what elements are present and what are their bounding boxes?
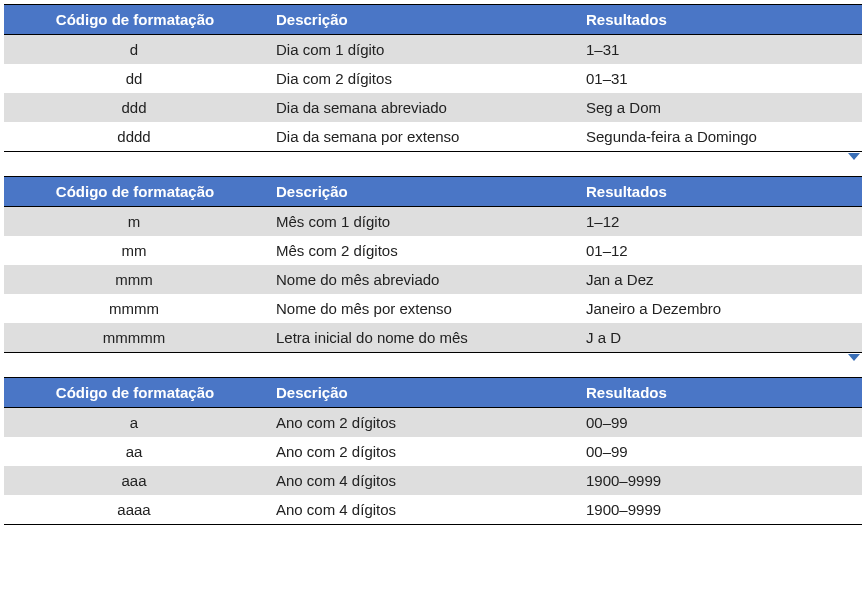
cell-desc: Letra inicial do nome do mês	[264, 323, 574, 353]
cell-code: aaaa	[4, 495, 264, 525]
cell-desc: Nome do mês abreviado	[264, 265, 574, 294]
table-row: m Mês com 1 dígito 1–12	[4, 207, 862, 237]
format-table-month: Código de formatação Descrição Resultado…	[4, 176, 862, 353]
cell-code: m	[4, 207, 264, 237]
cell-desc: Nome do mês por extenso	[264, 294, 574, 323]
table-row: d Dia com 1 dígito 1–31	[4, 35, 862, 65]
cell-desc: Ano com 4 dígitos	[264, 495, 574, 525]
table-row: mmmm Nome do mês por extenso Janeiro a D…	[4, 294, 862, 323]
cell-desc: Dia da semana por extenso	[264, 122, 574, 152]
cell-desc: Dia com 1 dígito	[264, 35, 574, 65]
cell-result: 01–31	[574, 64, 862, 93]
cell-result: J a D	[574, 323, 862, 353]
cell-result: 1900–9999	[574, 495, 862, 525]
cell-result: 1900–9999	[574, 466, 862, 495]
cell-desc: Ano com 2 dígitos	[264, 437, 574, 466]
cell-result: 01–12	[574, 236, 862, 265]
cell-code: mmmm	[4, 294, 264, 323]
col-header-code: Código de formatação	[4, 5, 264, 35]
cell-code: a	[4, 408, 264, 438]
cell-desc: Ano com 2 dígitos	[264, 408, 574, 438]
cell-result: Seg a Dom	[574, 93, 862, 122]
paragraph-marker-icon	[848, 153, 860, 160]
cell-code: d	[4, 35, 264, 65]
table-row: dddd Dia da semana por extenso Segunda-f…	[4, 122, 862, 152]
col-header-desc: Descrição	[264, 378, 574, 408]
table: Código de formatação Descrição Resultado…	[4, 4, 862, 152]
cell-code: ddd	[4, 93, 264, 122]
cell-result: 1–31	[574, 35, 862, 65]
format-table-year: Código de formatação Descrição Resultado…	[4, 377, 862, 525]
cell-code: dddd	[4, 122, 264, 152]
cell-result: Segunda-feira a Domingo	[574, 122, 862, 152]
cell-code: mmmmm	[4, 323, 264, 353]
table: Código de formatação Descrição Resultado…	[4, 176, 862, 353]
table-header-row: Código de formatação Descrição Resultado…	[4, 378, 862, 408]
table: Código de formatação Descrição Resultado…	[4, 377, 862, 525]
col-header-result: Resultados	[574, 378, 862, 408]
cell-desc: Dia com 2 dígitos	[264, 64, 574, 93]
cell-desc: Dia da semana abreviado	[264, 93, 574, 122]
cell-result: 00–99	[574, 437, 862, 466]
cell-code: dd	[4, 64, 264, 93]
col-header-result: Resultados	[574, 5, 862, 35]
table-row: aaa Ano com 4 dígitos 1900–9999	[4, 466, 862, 495]
table-row: dd Dia com 2 dígitos 01–31	[4, 64, 862, 93]
col-header-desc: Descrição	[264, 177, 574, 207]
paragraph-marker-icon	[848, 354, 860, 361]
table-row: a Ano com 2 dígitos 00–99	[4, 408, 862, 438]
cell-result: 00–99	[574, 408, 862, 438]
table-row: mm Mês com 2 dígitos 01–12	[4, 236, 862, 265]
cell-result: 1–12	[574, 207, 862, 237]
cell-desc: Mês com 2 dígitos	[264, 236, 574, 265]
cell-code: aa	[4, 437, 264, 466]
cell-code: mmm	[4, 265, 264, 294]
col-header-desc: Descrição	[264, 5, 574, 35]
table-row: mmm Nome do mês abreviado Jan a Dez	[4, 265, 862, 294]
table-row: aaaa Ano com 4 dígitos 1900–9999	[4, 495, 862, 525]
col-header-code: Código de formatação	[4, 177, 264, 207]
format-table-day: Código de formatação Descrição Resultado…	[4, 4, 862, 152]
table-row: aa Ano com 2 dígitos 00–99	[4, 437, 862, 466]
cell-code: mm	[4, 236, 264, 265]
cell-result: Jan a Dez	[574, 265, 862, 294]
col-header-result: Resultados	[574, 177, 862, 207]
cell-result: Janeiro a Dezembro	[574, 294, 862, 323]
col-header-code: Código de formatação	[4, 378, 264, 408]
cell-desc: Ano com 4 dígitos	[264, 466, 574, 495]
cell-code: aaa	[4, 466, 264, 495]
table-header-row: Código de formatação Descrição Resultado…	[4, 177, 862, 207]
cell-desc: Mês com 1 dígito	[264, 207, 574, 237]
table-row: mmmmm Letra inicial do nome do mês J a D	[4, 323, 862, 353]
table-row: ddd Dia da semana abreviado Seg a Dom	[4, 93, 862, 122]
table-header-row: Código de formatação Descrição Resultado…	[4, 5, 862, 35]
